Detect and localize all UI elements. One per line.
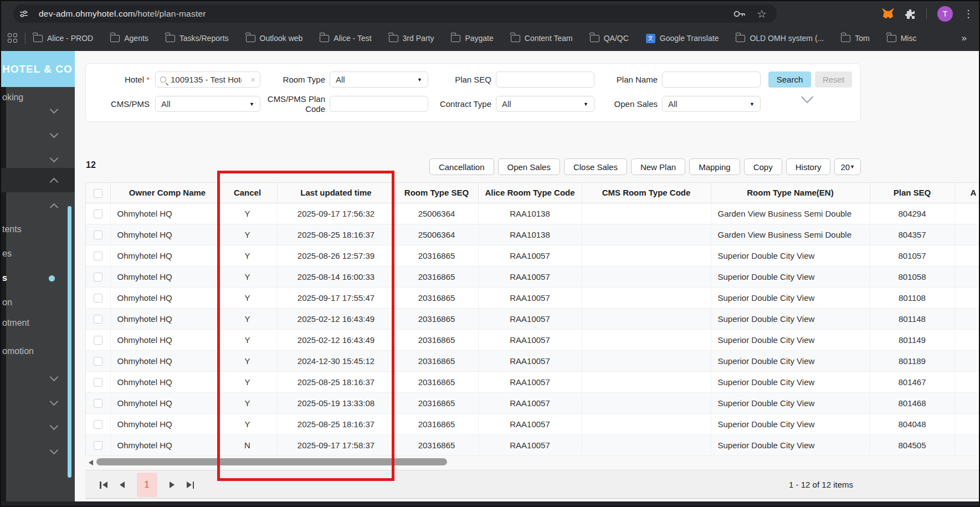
cell-room-type-name-en: Superior Double City View (711, 371, 870, 392)
bookmark-item[interactable]: Paygate (451, 34, 493, 43)
current-page-button[interactable]: 1 (137, 473, 157, 497)
cell-room-type-seq: 25006364 (395, 224, 478, 245)
header-room-type-name-en[interactable]: Room Type Name(EN) (711, 183, 870, 203)
header-plan-seq[interactable]: Plan SEQ (870, 183, 955, 203)
last-page-button[interactable] (187, 482, 194, 489)
plan-seq-input[interactable] (496, 71, 594, 88)
cell-plan-seq: 801057 (870, 245, 955, 266)
close-sales-button[interactable]: Close Sales (564, 158, 627, 175)
row-checkbox[interactable] (94, 336, 102, 345)
row-checkbox[interactable] (94, 441, 102, 450)
cell-cms-room-type-code (582, 371, 711, 392)
bookmark-item[interactable]: Agents (110, 34, 148, 43)
sidebar-collapsed-item[interactable] (1, 391, 75, 415)
sidebar-item[interactable]: es (1, 242, 75, 266)
sidebar-item[interactable]: tents (1, 217, 75, 242)
sidebar-collapsed-item[interactable] (1, 193, 75, 218)
site-info-icon[interactable] (17, 7, 31, 21)
header-alice-room-type-code[interactable]: Alice Room Type Code (478, 183, 582, 203)
address-bar[interactable]: dev-adm.ohmyhotel.com/hotel/plan-master … (13, 4, 777, 23)
bookmark-item[interactable]: Content Team (511, 34, 573, 43)
first-page-button[interactable] (100, 482, 107, 489)
select-all-checkbox[interactable] (94, 189, 102, 198)
password-key-icon[interactable] (733, 10, 746, 18)
bookmark-item[interactable]: Alice - PROD (33, 34, 93, 43)
search-button[interactable]: Search (768, 71, 811, 88)
header-room-type-seq[interactable]: Room Type SEQ (395, 183, 478, 203)
hscroll-left-arrow[interactable] (89, 460, 93, 465)
bookmark-item[interactable]: 3rd Party (389, 34, 434, 43)
cms-pms-select[interactable]: All ▼ (155, 96, 260, 112)
metamask-extension-icon[interactable] (882, 8, 894, 19)
new-plan-button[interactable]: New Plan (631, 158, 685, 175)
profile-avatar[interactable]: T (937, 6, 953, 22)
room-type-select[interactable]: All ▼ (330, 71, 428, 88)
row-checkbox[interactable] (94, 209, 102, 218)
sidebar-collapsed-item[interactable] (1, 415, 75, 439)
extensions-puzzle-icon[interactable] (905, 8, 916, 19)
cell-checkbox (86, 287, 110, 308)
header-cms-room-type-code[interactable]: CMS Room Type Code (582, 183, 711, 203)
bookmark-item[interactable]: Tom (841, 34, 869, 43)
bookmark-item[interactable]: QA/QC (590, 34, 629, 43)
bookmarks-overflow-icon[interactable]: » (962, 33, 967, 44)
cms-pms-plan-code-input[interactable] (330, 96, 428, 112)
header-owner-comp-name[interactable]: Owner Comp Name (110, 183, 218, 203)
bookmark-star-icon[interactable]: ☆ (757, 7, 767, 21)
row-checkbox[interactable] (94, 252, 102, 260)
page-size-select[interactable]: 20▼ (834, 158, 861, 175)
row-checkbox[interactable] (94, 273, 102, 281)
plan-name-input[interactable] (662, 71, 761, 88)
row-checkbox[interactable] (94, 420, 102, 429)
bookmark-label: QA/QC (604, 34, 629, 43)
header-select-all[interactable] (86, 183, 110, 203)
bookmark-item[interactable]: OLD OMH system (... (736, 34, 824, 43)
browser-menu-icon[interactable]: ⋮ (963, 11, 973, 17)
search-icon (160, 76, 166, 83)
row-checkbox[interactable] (94, 231, 102, 239)
hotel-search-input[interactable]: 1009135 - Test Hote × (155, 71, 260, 88)
bookmark-item[interactable]: Outlook web (246, 34, 303, 43)
row-checkbox[interactable] (94, 294, 102, 303)
sidebar-scrollbar-thumb[interactable] (68, 206, 71, 478)
cell-cms-room-type-code (582, 434, 711, 455)
sidebar-collapsed-item[interactable] (1, 366, 75, 391)
apps-grid-icon[interactable] (8, 33, 18, 43)
previous-page-button[interactable] (120, 482, 125, 488)
sidebar-collapsed-item[interactable] (1, 439, 75, 464)
row-checkbox[interactable] (94, 357, 102, 366)
open-sales-button[interactable]: Open Sales (498, 158, 560, 175)
sidebar-item[interactable]: omotion (1, 339, 75, 363)
next-page-button[interactable] (170, 482, 175, 488)
sidebar-collapsed-item[interactable] (1, 168, 75, 192)
url-text[interactable]: dev-adm.ohmyhotel.com/hotel/plan-master (39, 9, 206, 19)
cell-room-type-seq: 20316865 (395, 350, 478, 371)
row-checkbox[interactable] (94, 399, 102, 408)
reset-button[interactable]: Reset (815, 71, 852, 88)
folder-icon (110, 35, 120, 42)
sidebar-item[interactable]: otment (1, 311, 75, 335)
bookmark-item[interactable]: Misc (887, 34, 917, 43)
cell-owner-comp-name: Ohmyhotel HQ (110, 245, 218, 266)
row-checkbox[interactable] (94, 378, 102, 387)
copy-button[interactable]: Copy (744, 158, 782, 175)
clear-icon[interactable]: × (250, 75, 255, 84)
sidebar-collapsed-item[interactable] (1, 99, 75, 123)
cell-room-type-name-en: Superior Double City View (711, 434, 870, 455)
bookmark-item[interactable]: Alice - Test (320, 34, 371, 43)
sidebar-item[interactable]: s (1, 266, 75, 290)
bookmark-item[interactable]: Tasks/Reports (166, 34, 229, 43)
row-checkbox[interactable] (94, 315, 102, 324)
contract-type-select[interactable]: All ▼ (496, 96, 594, 112)
open-sales-select[interactable]: All ▼ (662, 96, 761, 112)
chevron-down-icon (50, 130, 59, 139)
bookmark-label: Tom (855, 34, 869, 43)
sidebar-collapsed-item[interactable] (1, 123, 75, 147)
mapping-button[interactable]: Mapping (689, 158, 740, 175)
expand-filters-chevron[interactable] (803, 93, 815, 105)
header-clipped-column[interactable]: A (955, 183, 980, 203)
history-button[interactable]: History (786, 158, 831, 175)
bookmark-item[interactable]: 文Google Translate (646, 34, 719, 43)
cell-cms-room-type-code (582, 287, 711, 308)
cancellation-button[interactable]: Cancellation (429, 158, 494, 175)
